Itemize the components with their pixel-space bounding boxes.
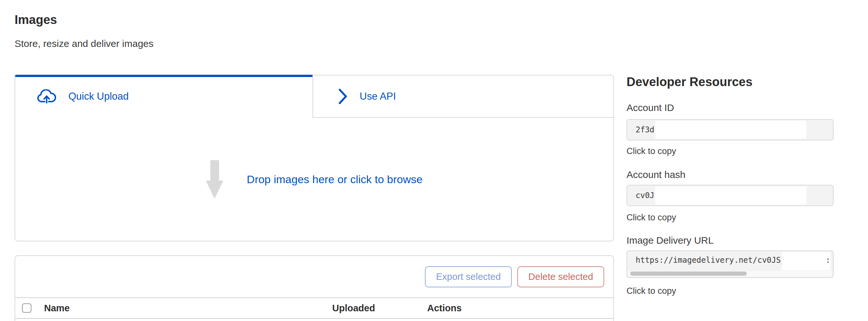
delivery-url-copy-hint: Click to copy <box>626 286 676 296</box>
tab-use-api-label: Use API <box>360 91 396 102</box>
account-hash-copy-hint: Click to copy <box>626 213 676 223</box>
upload-panel: Quick Upload Use API Drop images here or… <box>14 75 614 241</box>
redacted-value-mask <box>655 186 806 205</box>
account-id-value: 2f3d <box>636 125 654 134</box>
export-selected-button[interactable]: Export selected <box>425 266 512 287</box>
column-header-uploaded: Uploaded <box>332 303 375 314</box>
image-dropzone[interactable]: Drop images here or click to browse <box>14 118 614 241</box>
table-header-row: Name Uploaded Actions <box>15 297 613 319</box>
redacted-value-mask <box>655 121 806 139</box>
delivery-url-value-tail: : <box>826 256 830 265</box>
account-hash-field[interactable]: cv0J <box>626 185 834 206</box>
delivery-url-field[interactable]: https://imagedelivery.net/cv0JSj : <box>626 250 834 278</box>
tab-quick-upload-label: Quick Upload <box>68 91 129 102</box>
page-subtitle: Store, resize and deliver images <box>14 38 154 49</box>
delivery-url-label: Image Delivery URL <box>626 235 713 246</box>
delete-selected-button[interactable]: Delete selected <box>517 266 604 287</box>
cloud-upload-icon <box>37 89 57 104</box>
account-id-copy-hint: Click to copy <box>626 146 676 156</box>
select-all-checkbox[interactable] <box>22 304 31 313</box>
tab-use-api[interactable]: Use API <box>312 75 614 118</box>
image-list-toolbar: Export selected Delete selected <box>15 256 613 297</box>
developer-resources-sidebar: Developer Resources Account ID 2f3d Clic… <box>626 75 834 321</box>
horizontal-scrollbar-thumb[interactable] <box>630 272 747 276</box>
page-title: Images <box>14 13 57 27</box>
account-hash-value: cv0J <box>636 191 654 200</box>
dropzone-label: Drop images here or click to browse <box>247 173 422 186</box>
image-list-panel: Export selected Delete selected Name Upl… <box>14 255 614 321</box>
account-id-field[interactable]: 2f3d <box>626 119 834 140</box>
account-hash-label: Account hash <box>626 169 685 180</box>
column-header-actions: Actions <box>427 303 462 314</box>
delivery-url-value: https://imagedelivery.net/cv0JSj <box>636 256 785 265</box>
horizontal-scrollbar-track <box>628 271 832 276</box>
account-id-label: Account ID <box>626 102 674 113</box>
chevron-right-icon <box>338 88 348 105</box>
sidebar-title: Developer Resources <box>626 75 834 89</box>
upload-tabs: Quick Upload Use API <box>14 75 614 118</box>
arrow-down-icon <box>206 160 223 199</box>
tab-quick-upload[interactable]: Quick Upload <box>14 75 312 118</box>
column-header-name: Name <box>44 303 70 314</box>
redacted-value-mask <box>782 252 830 270</box>
